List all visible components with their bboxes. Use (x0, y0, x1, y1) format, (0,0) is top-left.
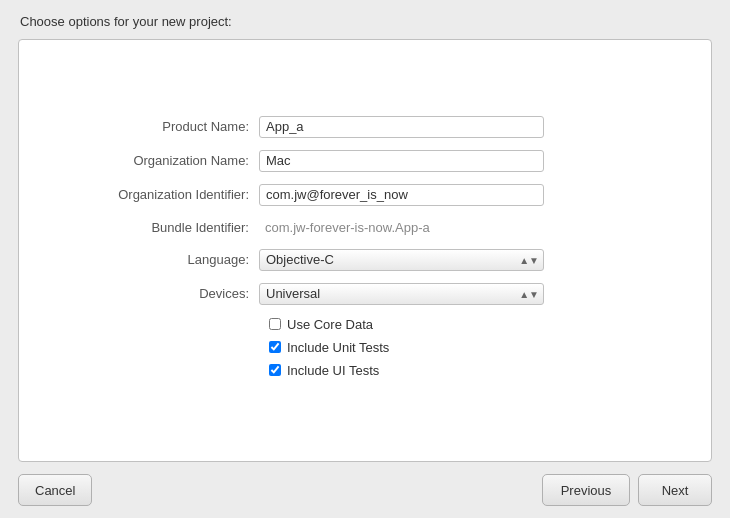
use-core-data-row: Use Core Data (269, 317, 671, 332)
checkboxes-group: Use Core Data Include Unit Tests Include… (269, 317, 671, 378)
bundle-identifier-value: com.jw-forever-is-now.App-a (259, 218, 544, 237)
language-label: Language: (59, 252, 259, 267)
footer-right: Previous Next (542, 474, 712, 506)
main-panel: Product Name: Organization Name: Organiz… (18, 39, 712, 462)
next-button[interactable]: Next (638, 474, 712, 506)
organization-name-input[interactable] (259, 150, 544, 172)
devices-label: Devices: (59, 286, 259, 301)
organization-identifier-label: Organization Identifier: (59, 187, 259, 202)
include-ui-tests-label[interactable]: Include UI Tests (287, 363, 379, 378)
devices-row: Devices: Universal iPhone iPad ▲▼ (59, 283, 671, 305)
language-select-wrapper: Objective-C Swift ▲▼ (259, 249, 544, 271)
form: Product Name: Organization Name: Organiz… (19, 96, 711, 406)
include-unit-tests-row: Include Unit Tests (269, 340, 671, 355)
product-name-label: Product Name: (59, 119, 259, 134)
include-unit-tests-checkbox[interactable] (269, 341, 281, 353)
bundle-identifier-label: Bundle Identifier: (59, 220, 259, 235)
instruction-text: Choose options for your new project: (20, 14, 232, 29)
product-name-input[interactable] (259, 116, 544, 138)
use-core-data-checkbox[interactable] (269, 318, 281, 330)
organization-name-label: Organization Name: (59, 153, 259, 168)
devices-select[interactable]: Universal iPhone iPad (259, 283, 544, 305)
language-select[interactable]: Objective-C Swift (259, 249, 544, 271)
product-name-row: Product Name: (59, 116, 671, 138)
previous-button[interactable]: Previous (542, 474, 630, 506)
include-ui-tests-checkbox[interactable] (269, 364, 281, 376)
include-unit-tests-label[interactable]: Include Unit Tests (287, 340, 389, 355)
use-core-data-label[interactable]: Use Core Data (287, 317, 373, 332)
header: Choose options for your new project: (0, 0, 730, 39)
language-row: Language: Objective-C Swift ▲▼ (59, 249, 671, 271)
organization-identifier-input[interactable] (259, 184, 544, 206)
include-ui-tests-row: Include UI Tests (269, 363, 671, 378)
devices-select-wrapper: Universal iPhone iPad ▲▼ (259, 283, 544, 305)
bundle-identifier-row: Bundle Identifier: com.jw-forever-is-now… (59, 218, 671, 237)
footer: Cancel Previous Next (0, 462, 730, 518)
cancel-button[interactable]: Cancel (18, 474, 92, 506)
organization-name-row: Organization Name: (59, 150, 671, 172)
organization-identifier-row: Organization Identifier: (59, 184, 671, 206)
